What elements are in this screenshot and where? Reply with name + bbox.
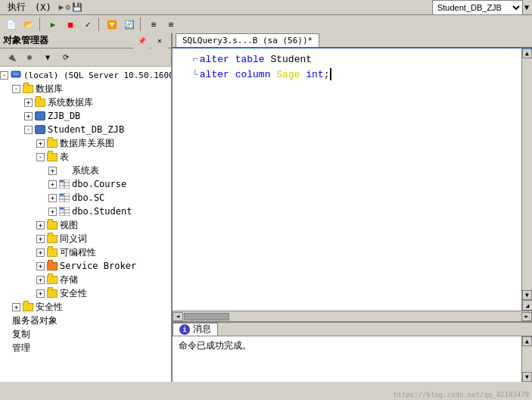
tree-replication[interactable]: 复制	[0, 327, 171, 341]
tree-server-objects[interactable]: 服务器对象	[0, 314, 171, 327]
sync-btn[interactable]: ⟳	[58, 50, 74, 65]
expand-security-top[interactable]: +	[12, 303, 20, 311]
expand-synonyms[interactable]: +	[36, 235, 45, 243]
right-panel: SQLQuery3.s...B (sa (56))* ⌐ alter table…	[173, 33, 532, 382]
results-scroll-up[interactable]: ▲	[522, 336, 532, 346]
expand-student-table[interactable]: +	[48, 208, 57, 216]
tree-sys-tables[interactable]: + 系统表	[0, 164, 171, 177]
tree-student-db[interactable]: - Student_DB_ZJB	[0, 123, 171, 136]
menu-execute[interactable]: 执行	[3, 0, 30, 14]
table-name: Student	[270, 54, 312, 65]
tree-tables[interactable]: - 表	[0, 150, 171, 164]
expand-storage[interactable]: +	[36, 276, 45, 284]
views-icon	[46, 219, 58, 231]
semicolon: ;	[324, 69, 330, 80]
messages-tab[interactable]: i 消息	[173, 323, 218, 336]
result-message: 命令已成功完成。	[179, 340, 251, 351]
expand-security-sub[interactable]: +	[36, 289, 45, 298]
tree-security-top[interactable]: + 安全性	[0, 300, 171, 314]
messages-tab-label: 消息	[193, 323, 211, 336]
align-right-btn[interactable]: ≡	[163, 17, 179, 32]
expand-zjb-db[interactable]: +	[24, 112, 33, 120]
expand-connection[interactable]: -	[0, 71, 8, 80]
sys-db-label: 系统数据库	[48, 96, 93, 109]
sc-table-icon	[58, 192, 70, 204]
tree-databases-folder[interactable]: - 数据库	[0, 82, 171, 95]
refresh-btn[interactable]: 🔄	[121, 17, 138, 32]
security-top-icon	[22, 301, 34, 313]
disconnect-btn[interactable]: ⊗	[21, 50, 38, 65]
tree-zjb-db[interactable]: + ZJB_DB	[0, 109, 171, 123]
h-scroll-left[interactable]: ◄	[173, 312, 183, 321]
h-scrollbar[interactable]: ◄ ►	[173, 311, 532, 321]
tables-folder-icon	[46, 151, 58, 163]
tree-storage[interactable]: + 存储	[0, 273, 171, 286]
menu-bar: 执行 (X) ▶ ⚙ 💾 Student_DB_ZJBStudent_DB_ZJ…	[0, 0, 532, 15]
stop-btn[interactable]: ■	[62, 17, 79, 32]
main-container: 对象管理器 📌 ✕ 🔌 ⊗ ▼ ⟳ - (local) (SQL Server …	[0, 33, 532, 382]
zjb-db-icon	[34, 110, 46, 122]
parse-btn[interactable]: ✓	[79, 17, 96, 32]
panel-controls: 📌 ✕	[133, 33, 168, 48]
tree-course[interactable]: + dbo.Course	[0, 177, 171, 191]
expand-databases[interactable]: -	[12, 85, 20, 93]
expand-student-db[interactable]: -	[24, 126, 33, 134]
align-left-btn[interactable]: ≡	[145, 17, 162, 32]
scroll-down-btn[interactable]: ▼	[522, 290, 532, 300]
server-objects-label: 服务器对象	[12, 314, 58, 327]
tree-service-broker[interactable]: + Service Broker	[0, 259, 171, 273]
new-query-btn[interactable]: 📄	[3, 17, 20, 32]
close-panel-btn[interactable]: ✕	[151, 33, 168, 48]
svg-rect-1	[13, 73, 19, 73]
student-db-icon	[34, 123, 46, 136]
tree-management[interactable]: 管理	[0, 341, 171, 355]
query-tab[interactable]: SQLQuery3.s...B (sa (56))*	[176, 33, 319, 47]
object-explorer-panel: 对象管理器 📌 ✕ 🔌 ⊗ ▼ ⟳ - (local) (SQL Server …	[0, 33, 173, 382]
results-vscroll[interactable]: ▲ ▼	[521, 336, 532, 382]
kw-alter-1: alter	[200, 54, 229, 65]
h-scroll-right[interactable]: ►	[521, 312, 532, 321]
editor-vscroll[interactable]: ▲ ▼ ◢	[521, 48, 532, 311]
diagram-label: 数据库关系图	[60, 137, 114, 150]
connect-btn[interactable]: 🔌	[3, 50, 20, 65]
filter-btn[interactable]: 🔽	[104, 17, 120, 32]
expand-programmability[interactable]: +	[36, 248, 45, 257]
tree-programmability[interactable]: + 可编程性	[0, 245, 171, 259]
databases-folder-icon	[22, 83, 34, 95]
synonyms-label: 同义词	[60, 233, 87, 245]
expand-sc[interactable]: +	[48, 194, 57, 202]
expand-tables[interactable]: -	[36, 153, 45, 161]
query-tab-bar: SQLQuery3.s...B (sa (56))*	[173, 33, 532, 48]
tree-security-sub[interactable]: + 安全性	[0, 286, 171, 300]
security-top-label: 安全性	[36, 301, 63, 314]
query-editor[interactable]: ⌐ alter table Student └ alter column Sag…	[173, 48, 521, 311]
expand-service-broker[interactable]: +	[36, 262, 45, 270]
tree-synonyms[interactable]: + 同义词	[0, 232, 171, 245]
database-selector[interactable]: Student_DB_ZJBStudent_DB_ZJBZJB_DBmaster	[432, 0, 523, 15]
expand-course[interactable]: +	[48, 180, 57, 189]
h-scroll-track[interactable]	[183, 312, 521, 321]
tree-sc[interactable]: + dbo.SC	[0, 191, 171, 205]
expand-sys-tables[interactable]: +	[48, 167, 57, 175]
scroll-up-btn[interactable]: ▲	[522, 48, 532, 58]
sys-tables-label: 系统表	[72, 164, 99, 177]
security-sub-label: 安全性	[60, 287, 87, 300]
tree-sys-db[interactable]: + 系统数据库	[0, 95, 171, 109]
h-scroll-thumb[interactable]	[184, 313, 229, 320]
tree-student-table[interactable]: + dbo.Student	[0, 205, 171, 218]
course-table-icon	[58, 178, 70, 190]
execute-btn[interactable]: ▶	[45, 17, 61, 32]
pin-btn[interactable]: 📌	[133, 33, 150, 48]
tree-connection[interactable]: - (local) (SQL Server 10.50.1600	[0, 68, 171, 82]
tree-views[interactable]: + 视图	[0, 218, 171, 232]
results-scroll-down[interactable]: ▼	[522, 372, 532, 382]
editor-row: ⌐ alter table Student └ alter column Sag…	[173, 48, 532, 311]
expand-diagram[interactable]: +	[36, 139, 45, 148]
menu-x[interactable]: (X)	[30, 2, 56, 14]
tree-diagram[interactable]: + 数据库关系图	[0, 136, 171, 150]
expand-sys-db[interactable]: +	[24, 98, 33, 107]
column-name: Sage	[276, 69, 300, 80]
expand-views[interactable]: +	[36, 221, 45, 230]
filter-panel-btn[interactable]: ▼	[39, 50, 56, 65]
open-btn[interactable]: 📂	[20, 17, 37, 32]
